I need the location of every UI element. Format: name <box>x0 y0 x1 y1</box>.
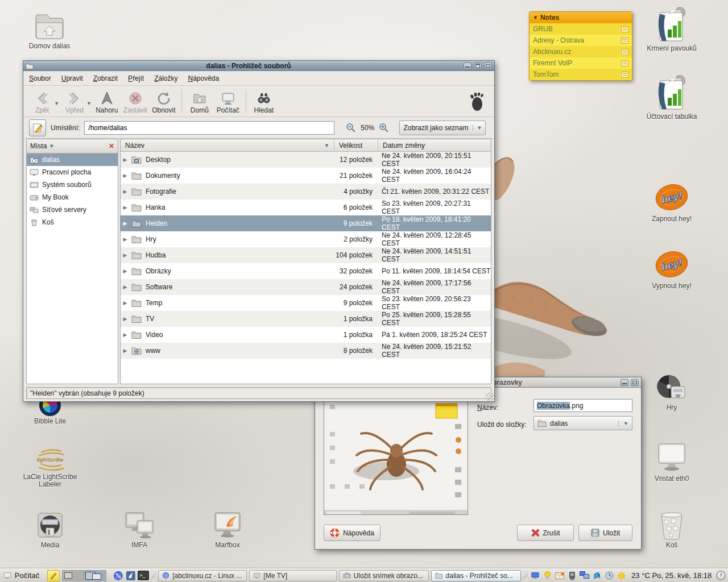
window-titlebar[interactable]: dalias - Prohlížeč souborů <box>23 61 494 71</box>
expander-icon[interactable]: ▶ <box>121 189 130 194</box>
desktop-icon-uctovaci-tabulka[interactable]: Účtovací tabulka <box>643 75 700 120</box>
help-button[interactable]: Nápověda <box>324 525 380 541</box>
filename-input[interactable]: Obrazovka.png <box>533 399 632 412</box>
desktop-icon-media[interactable]: Media <box>22 510 78 549</box>
table-row[interactable]: ▶ Hry 2 položky Ne 24. květen 2009, 12:2… <box>121 231 491 247</box>
back-button[interactable]: Zpět <box>28 91 56 114</box>
resize-grip[interactable] <box>486 393 494 401</box>
sidebar-item-desktop[interactable]: Pracovní plocha <box>27 166 118 178</box>
table-row[interactable]: ▶ Hanka 6 položek So 23. květen 2009, 20… <box>121 199 491 215</box>
menu-soubor[interactable]: Soubor <box>29 74 51 82</box>
expander-icon[interactable]: ▶ <box>121 300 130 306</box>
tray-bulb-icon[interactable] <box>543 571 553 581</box>
zoom-in-icon[interactable] <box>379 123 389 133</box>
up-button[interactable]: Nahoru <box>93 91 121 114</box>
tray-clock-icon[interactable] <box>605 571 615 581</box>
note-item[interactable]: Firemní VoIP <box>530 57 632 69</box>
expander-icon[interactable]: ▶ <box>121 268 130 274</box>
computer-menu[interactable]: Počítač <box>15 571 39 580</box>
menu-zalozky[interactable]: Záložky <box>154 74 177 82</box>
folder-combobox[interactable]: dalias ▼ <box>533 416 632 430</box>
task-screenshot[interactable]: Uložit snímek obrazo... <box>339 570 429 581</box>
table-row-desktop[interactable]: ▶ Desktop 12 položek Ne 24. květen 2009,… <box>121 152 491 168</box>
table-row[interactable]: ▶ Software 24 položek Ne 24. květen 2009… <box>121 279 491 295</box>
table-row[interactable]: ▶ TV 1 položka Po 25. květen 2009, 15:28… <box>121 311 491 327</box>
desktop-icon-marfbox[interactable]: Marfbox <box>199 510 256 549</box>
notes-header[interactable]: ▼ Notes <box>530 12 632 23</box>
menu-prejit[interactable]: Přejít <box>128 74 144 82</box>
clock-weather-text[interactable]: 23 °C Po, 25. kvě, 18:18 <box>631 571 712 580</box>
column-header-size[interactable]: Velikost <box>334 139 378 151</box>
location-input[interactable] <box>84 121 334 135</box>
desktop-icon-vnstat[interactable]: Vnstat eth0 <box>643 440 700 483</box>
refresh-button[interactable]: Obnovit <box>150 91 178 114</box>
computer-menu-icon[interactable] <box>2 571 13 580</box>
tray-display-icon[interactable] <box>530 571 540 581</box>
table-row[interactable]: ▶ Obrázky 32 položek Po 11. květen 2009,… <box>121 263 491 279</box>
note-item[interactable]: Adresy - Ostrava <box>530 35 632 46</box>
tomboy-notes-applet[interactable] <box>47 570 60 581</box>
expander-icon[interactable]: ▶ <box>121 332 130 338</box>
sidebar-item-mybook[interactable]: My Book <box>27 191 118 203</box>
desktop-icon-zapnout-hey[interactable]: hey! Zapnout hey! <box>643 181 700 223</box>
shutdown-button[interactable] <box>716 571 726 580</box>
edit-location-button[interactable] <box>29 119 46 136</box>
menu-napoveda[interactable]: Nápověda <box>188 74 220 82</box>
table-row[interactable]: ▶ Dokumenty 21 položek Ne 24. květen 200… <box>121 168 491 184</box>
cancel-button[interactable]: Zrušit <box>517 525 574 541</box>
sidebar-item-trash[interactable]: Koš <box>27 216 118 228</box>
table-row-www[interactable]: ▶ www 8 položek Ne 24. květen 2009, 15:2… <box>121 343 491 359</box>
desktop-icon-imfa[interactable]: IMFA <box>111 510 168 549</box>
zoom-out-icon[interactable] <box>346 123 356 133</box>
table-row[interactable]: ▶ Video 1 položka Pá 1. květen 2009, 18:… <box>121 327 491 343</box>
close-button[interactable] <box>484 63 492 69</box>
desktop-icon-vypnout-hey[interactable]: hey! Vypnout hey! <box>643 248 700 290</box>
note-item[interactable]: GRUB <box>530 23 632 35</box>
search-button[interactable]: Hledat <box>250 91 278 114</box>
forward-button[interactable]: Vpřed <box>60 91 89 114</box>
panel-handle[interactable] <box>151 570 156 581</box>
note-item[interactable]: Abclinuxu.cz <box>530 46 632 57</box>
minimize-button[interactable] <box>464 63 471 69</box>
table-row-selected[interactable]: ▶ Heiden 9 položek Po 18. květen 2009, 1… <box>121 215 491 231</box>
save-button[interactable]: Uložit <box>578 525 632 541</box>
desktop-icon-trash[interactable]: Koš <box>643 510 700 549</box>
expander-icon[interactable]: ▶ <box>121 316 130 322</box>
view-mode-select[interactable]: Zobrazit jako seznam ▼ <box>399 120 486 135</box>
expander-icon[interactable]: ▶ <box>121 348 130 354</box>
image-viewer-launcher-icon[interactable] <box>126 571 136 581</box>
sidebar-item-dalias[interactable]: dalias <box>27 153 118 166</box>
computer-button[interactable]: Počítač <box>214 91 242 114</box>
sidebar-header[interactable]: Místa <box>30 142 47 150</box>
expander-icon[interactable]: ▶ <box>121 221 130 226</box>
browser-launcher-icon[interactable] <box>113 571 123 581</box>
tray-updates-icon[interactable] <box>592 571 602 581</box>
back-history-dropdown-icon[interactable]: ▼ <box>54 101 59 106</box>
expander-icon[interactable]: ▶ <box>121 252 130 258</box>
collapse-arrow-icon[interactable]: ▼ <box>533 15 538 20</box>
desktop-icon-home[interactable]: Domov dalias <box>21 7 78 50</box>
desktop-icon-lightscribe[interactable]: lightScribe LaCie LightScribe Labeler <box>22 447 78 488</box>
workspace-1[interactable] <box>63 571 84 581</box>
column-header-date[interactable]: Datum změny <box>378 139 491 151</box>
sidebar-item-filesystem[interactable]: Systém souborů <box>27 178 118 191</box>
zoom-level[interactable]: 50% <box>361 124 374 132</box>
task-metv[interactable]: [Me TV] <box>249 570 336 581</box>
stop-button[interactable]: Zastavit <box>121 91 150 114</box>
note-item[interactable]: TomTom <box>530 69 632 80</box>
forward-history-dropdown-icon[interactable]: ▼ <box>86 101 92 106</box>
expander-icon[interactable]: ▶ <box>121 205 130 210</box>
home-button[interactable]: Domů <box>185 91 214 114</box>
menu-upravit[interactable]: Upravit <box>61 74 83 82</box>
tray-weather-sun-icon[interactable] <box>617 571 627 581</box>
expander-icon[interactable]: ▶ <box>121 236 130 242</box>
tray-webcam-icon[interactable] <box>567 571 577 581</box>
panel-handle[interactable] <box>523 570 528 581</box>
notes-widget[interactable]: ▼ Notes GRUB Adresy - Ostrava Abclinuxu.… <box>529 11 632 81</box>
tray-network-monitors-icon[interactable] <box>580 571 590 581</box>
table-row[interactable]: ▶ Temp 9 položek So 23. květen 2009, 20:… <box>121 295 491 311</box>
workspace-switcher[interactable] <box>62 570 106 581</box>
maximize-button[interactable] <box>631 379 639 386</box>
expander-icon[interactable]: ▶ <box>121 173 130 178</box>
sidebar-item-network[interactable]: Síťové servery <box>27 203 118 216</box>
